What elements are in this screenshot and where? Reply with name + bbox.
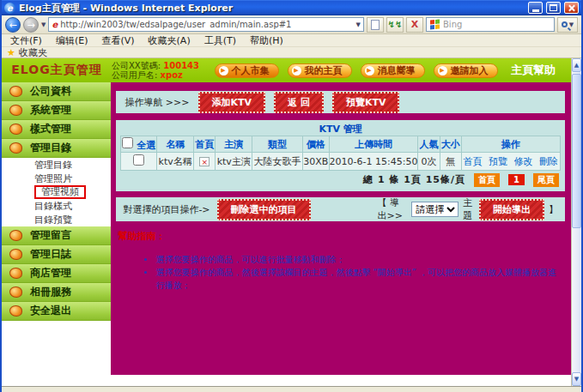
col-price: 價格 [302, 136, 329, 153]
help-bullet-1: 選擇您要操作的商品，可以進行批量移動和刪除； [155, 253, 565, 266]
ie-logo-icon: e [4, 3, 15, 14]
refresh-button[interactable]: ↯↯ [386, 17, 404, 33]
export-topic-select[interactable]: 請選擇 [411, 202, 459, 217]
sidebar-item-logout[interactable]: 安全退出 [2, 302, 111, 321]
site-body: 公司資料 系統管理 樣式管理 管理目錄 管理目錄 管理照片 管理視頻 目錄樣式 … [2, 82, 571, 386]
main-magenta-bg: 操作導航 >>> 添加KTV 返 回 預覽KTV KTV 管理 全選 [111, 82, 571, 375]
close-button[interactable] [564, 2, 579, 14]
nav-my-homepage-button[interactable]: ▶我的主頁 [288, 63, 352, 78]
maximize-button[interactable] [546, 2, 561, 14]
menu-edit[interactable]: 编辑(E) [56, 34, 88, 47]
back-button[interactable]: ← [5, 17, 21, 33]
menu-favorites[interactable]: 收藏夹(A) [149, 34, 191, 47]
select-all-checkbox[interactable] [122, 137, 133, 148]
scroll-up-icon[interactable]: ▲ [572, 58, 581, 72]
add-ktv-button[interactable]: 添加KTV [198, 92, 266, 113]
start-export-button[interactable]: 開始導出 [479, 199, 544, 220]
col-homepage: 首頁 [194, 136, 216, 153]
action-edit-link[interactable]: 修改 [514, 156, 533, 167]
stop-button[interactable]: X [406, 17, 423, 33]
sidebar-item-system-mgmt[interactable]: 系統管理 [2, 101, 111, 120]
company-user-label: 公司用戶名: [112, 70, 157, 80]
nav-personal-market-button[interactable]: ▶个人市集 [215, 63, 279, 78]
action-homepage-link[interactable]: 首頁 [464, 156, 483, 167]
submenu-manage-photos[interactable]: 管理照片 [2, 172, 111, 185]
homepage-help-link[interactable]: 主頁幫助 [511, 63, 556, 78]
search-placeholder[interactable]: Bing [443, 20, 462, 29]
col-popularity: 人氣 [418, 136, 440, 153]
bing-logo-icon [430, 19, 440, 29]
help-bullet-2: 選擇您要操作的商品，然後選擇該欄目的主題，然後點擊 “開始導出” ，可以把您的商… [155, 266, 565, 292]
snail-icon [9, 105, 22, 116]
submenu-catalog-style[interactable]: 目錄樣式 [2, 199, 111, 213]
row-homepage-cell: × [194, 153, 216, 171]
sidebar-item-album-service[interactable]: 相冊服務 [2, 283, 111, 302]
row-type: 大陸女歌手 [252, 153, 303, 171]
sidebar-item-shop-mgmt[interactable]: 商店管理 [2, 264, 111, 283]
address-bar[interactable]: e http://win2003/tw/edsalpage/user_admin… [48, 17, 364, 32]
delete-selected-button[interactable]: 刪除選中的項目 [217, 199, 311, 220]
active-submenu-highlight: 管理視頻 [34, 185, 86, 199]
compatibility-button[interactable] [367, 17, 384, 33]
submenu-manage-videos[interactable]: 管理視頻 [2, 185, 111, 199]
col-size: 大小 [440, 136, 461, 153]
window-title: Elog主頁管理 - Windows Internet Explorer [19, 2, 525, 15]
row-checkbox[interactable] [133, 154, 144, 166]
sidebar-item-log-mgmt[interactable]: 管理日誌 [2, 245, 111, 264]
scrollbar-track[interactable] [572, 72, 581, 372]
history-dropdown-icon[interactable]: ▼ [41, 21, 46, 28]
table-header-row: 全選 名稱 首頁 主演 類型 價格 上傳時間 人氣 大小 操作 [121, 136, 561, 153]
submenu-catalog-preview[interactable]: 目錄預覽 [2, 213, 111, 226]
action-preview-link[interactable]: 預覽 [489, 156, 507, 167]
ktv-table-panel: KTV 管理 全選 名稱 首頁 主演 類型 價格 上傳時間 [116, 120, 565, 191]
scroll-down-icon[interactable]: ▼ [572, 372, 581, 386]
search-options-icon[interactable]: ▼ [569, 21, 574, 28]
nav-message-wizard-button[interactable]: ▶消息嚮導 [361, 63, 425, 78]
action-delete-link[interactable]: 刪除 [539, 156, 558, 167]
last-page-button[interactable]: 尾頁 [533, 173, 559, 187]
play-icon: ▶ [219, 66, 228, 75]
address-dropdown-icon[interactable]: ▼ [356, 21, 361, 28]
sidebar-item-style-mgmt[interactable]: 樣式管理 [2, 120, 111, 139]
search-button[interactable]: ▼ [557, 17, 578, 33]
ktv-table: 全選 名稱 首頁 主演 類型 價格 上傳時間 人氣 大小 操作 [120, 136, 561, 171]
minimize-button[interactable] [528, 2, 543, 14]
favorites-star-icon[interactable]: ★ [7, 48, 15, 57]
page-1-button[interactable]: 1 [508, 174, 525, 185]
favorites-bar: ★ 收藏夹 [2, 47, 581, 58]
sidebar-item-company-info[interactable]: 公司資料 [2, 82, 111, 101]
row-select-cell [121, 153, 157, 171]
snail-icon [9, 268, 22, 279]
menu-tools[interactable]: 工具(T) [204, 34, 236, 47]
return-button[interactable]: 返 回 [274, 92, 324, 113]
menu-help[interactable]: 帮助(H) [250, 34, 283, 47]
sidebar-item-catalog-mgmt[interactable]: 管理目錄 [2, 139, 111, 158]
play-icon: ▶ [365, 66, 374, 75]
submenu-manage-catalog[interactable]: 管理目錄 [2, 158, 111, 172]
magnifier-icon [562, 21, 568, 27]
site-favicon: e [52, 20, 58, 29]
menu-file[interactable]: 文件(F) [10, 34, 42, 47]
row-actions: 首頁 預覽 修改 刪除 [461, 153, 561, 171]
row-name: ktv名稱 [157, 153, 194, 171]
preview-ktv-button[interactable]: 預覽KTV [332, 92, 400, 113]
favorites-label[interactable]: 收藏夹 [19, 46, 47, 59]
scrollbar-thumb[interactable] [572, 74, 581, 228]
first-page-button[interactable]: 首頁 [474, 173, 500, 187]
bulk-actions-bar: 對選擇的項目操作-> 刪除選中的項目 【 導出>> 請選擇 主題 開始導出 】 [116, 197, 565, 221]
forward-button[interactable]: → [23, 17, 39, 33]
nav-invite-button[interactable]: ▶邀請加入 [434, 63, 498, 78]
status-bar [2, 386, 581, 392]
url-text[interactable]: http://win2003/tw/edsalpage/user_admin/m… [60, 20, 353, 29]
play-icon: ▶ [438, 66, 447, 75]
play-icon: ▶ [292, 66, 301, 75]
search-box[interactable]: Bing [426, 17, 555, 32]
vertical-scrollbar[interactable]: ▲ ▼ [571, 58, 581, 386]
row-upload-time: 2010-6-1 15:45:50 [329, 153, 418, 171]
table-title: KTV 管理 [120, 123, 561, 136]
menu-view[interactable]: 查看(V) [101, 34, 134, 47]
operation-nav-label: 操作導航 >>> [124, 96, 189, 109]
row-price: 30XB [302, 153, 329, 171]
help-title: 幫助指南： [118, 231, 165, 242]
sidebar-item-message-mgmt[interactable]: 管理留言 [2, 226, 111, 245]
